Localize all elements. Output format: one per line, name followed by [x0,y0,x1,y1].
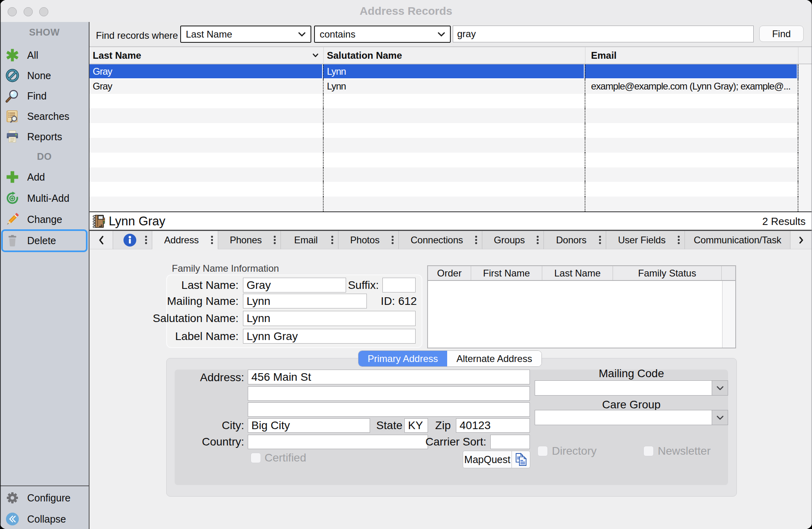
tab-groups[interactable]: Groups [482,231,544,249]
country-label: Country: [172,435,244,449]
cell-filler [798,167,812,182]
carrier-sort-field[interactable] [490,435,530,449]
tab-email[interactable]: Email [281,231,338,249]
sidebar-item-label: Configure [27,492,70,504]
sidebar-item-collapse[interactable]: Collapse [0,510,89,528]
tab-donors[interactable]: Donors [544,231,606,249]
newsletter-checkbox[interactable] [643,446,654,456]
cell-last-name: Gray [90,79,324,94]
field-dropdown[interactable]: Last Name [180,26,311,43]
search-input[interactable] [453,26,754,42]
address-line3-field[interactable] [248,402,530,417]
label-name-field[interactable] [243,329,416,344]
tab-connections[interactable]: Connections [399,231,482,249]
kebab-menu-icon[interactable] [678,231,680,249]
cell-filler [798,138,812,153]
sidebar-item-none[interactable]: None [0,67,89,84]
kebab-menu-icon[interactable] [274,231,276,249]
cell-empty [90,123,324,138]
collapse-icon [6,512,19,526]
sidebar-item-searches[interactable]: Searches [0,107,89,125]
suffix-field[interactable] [382,278,416,292]
sidebar-item-change[interactable]: Change [0,211,89,228]
care-group-label: Care Group [535,399,728,410]
chevron-down-icon [712,410,728,425]
alternate-address-segment[interactable]: Alternate Address [447,351,541,366]
members-column-last-name: Last Name [542,266,613,280]
info-icon [123,233,137,247]
column-header-email[interactable]: Email [585,47,798,64]
kebab-menu-icon[interactable] [599,231,601,249]
cell-empty [585,182,798,197]
address-line1-field[interactable] [248,370,530,384]
cell-empty [324,182,585,197]
sidebar-item-all[interactable]: All [0,46,89,64]
sidebar-item-reports[interactable]: Reports [0,128,89,145]
primary-address-segment[interactable]: Primary Address [358,351,447,366]
directory-checkbox[interactable] [537,446,548,456]
kebab-menu-icon[interactable] [392,231,394,249]
cell-empty [585,138,798,153]
copy-address-button[interactable] [512,453,530,466]
zip-field[interactable] [456,418,530,433]
tab-address[interactable]: Address [152,231,218,249]
chevron-right-icon [799,237,803,244]
operator-dropdown[interactable]: contains [314,26,451,43]
mailing-name-field[interactable] [243,294,367,308]
sidebar-item-add[interactable]: Add [0,168,89,186]
tab-label: Donors [556,235,586,246]
care-group-dropdown[interactable] [535,410,728,425]
state-field[interactable] [404,418,428,433]
window-left-edge [0,0,1,529]
tab-scroll-left-button[interactable] [90,231,113,249]
plus-icon [6,170,19,184]
results-count: 2 Results [762,215,806,228]
cell-email [585,64,798,79]
sidebar-item-find[interactable]: Find [0,87,89,105]
sidebar-item-configure[interactable]: Configure [0,489,89,507]
mapquest-button[interactable]: MapQuest [463,454,511,465]
mailing-code-dropdown[interactable] [535,380,728,396]
label-name-label: Label Name: [136,329,239,344]
sidebar-item-label: Change [27,214,62,225]
find-button[interactable]: Find [759,26,804,42]
tab-photos[interactable]: Photos [338,231,399,249]
kebab-menu-icon[interactable] [537,231,539,249]
country-field[interactable] [248,435,428,449]
kebab-menu-icon[interactable] [211,231,213,249]
kebab-menu-icon[interactable] [475,231,477,249]
cell-salutation-name: Lynn [324,64,585,79]
tab-user-fields[interactable]: User Fields [606,231,685,249]
kebab-menu-icon[interactable] [145,231,147,249]
column-header-last-name[interactable]: Last Name [90,47,324,64]
cell-empty [585,153,798,167]
sidebar-item-label: Multi-Add [27,193,70,204]
salutation-name-field[interactable] [243,311,416,326]
city-field[interactable] [248,418,370,433]
record-info-button[interactable] [113,231,152,249]
table-row[interactable]: Gray Lynn example@example.com (Lynn Gray… [90,79,812,94]
certified-checkbox[interactable] [251,453,261,463]
tab-phones[interactable]: Phones [218,231,281,249]
window-title: Address Records [0,0,812,22]
cell-empty [324,108,585,123]
suffix-label: Suffix: [346,278,379,292]
titlebar: Address Records [0,0,812,22]
tab-communication-task[interactable]: Communication/Task [685,231,790,249]
address-line2-field[interactable] [248,386,530,401]
last-name-field[interactable] [243,278,346,292]
tab-scroll-right-button[interactable] [790,231,812,249]
column-header-salutation-name[interactable]: Salutation Name [324,47,585,64]
kebab-menu-icon[interactable] [331,231,333,249]
chevron-left-icon [99,236,103,245]
table-row-selected[interactable]: Gray Lynn [90,64,812,79]
sidebar-item-multi-add[interactable]: Multi-Add [0,189,89,207]
none-icon [6,69,19,82]
cell-empty [585,197,798,211]
family-name-information-title: Family Name Information [172,263,279,274]
members-table-scrollbar[interactable] [722,281,735,348]
table-row-empty [90,138,812,153]
city-label: City: [172,418,244,433]
cell-empty [90,153,324,167]
record-bar: Lynn Gray 2 Results [90,213,812,231]
